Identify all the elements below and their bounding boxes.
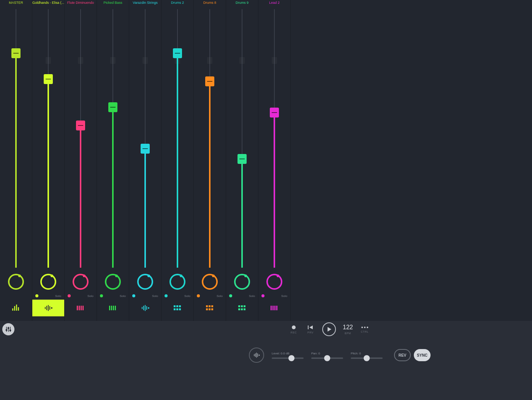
track-label[interactable]: Flute Diminuendo [65,0,97,5]
svg-rect-11 [81,306,82,310]
pan-knob[interactable] [234,274,250,290]
pan-knob[interactable] [202,274,218,290]
track-5: Drums 2 Solo [162,0,194,321]
mute-button[interactable] [35,294,38,297]
fader-notch [78,125,83,126]
svg-rect-22 [174,305,176,307]
pitch-slider-thumb[interactable] [364,355,370,361]
fader-ghost [272,57,277,64]
fader-notch [175,53,180,54]
level-label: Level: 0.0 dB [272,352,290,355]
solo-button[interactable]: Solo [232,294,255,298]
fader-cap[interactable] [270,108,279,117]
fader-cap[interactable] [11,48,21,58]
fader-track[interactable] [194,5,226,271]
mute-button[interactable] [132,294,135,297]
pan-param: Pan: 0 [311,352,343,359]
track-label[interactable]: Picked Bass [97,0,129,5]
fader-ghost [110,57,116,64]
fader-track[interactable] [65,5,97,271]
fader-cap[interactable] [141,144,150,154]
pan-knob-wrap [97,271,129,292]
mute-button[interactable] [100,294,103,297]
pan-knob-indicator [147,275,150,277]
track-type-button[interactable] [0,300,32,316]
fader-track[interactable] [226,5,258,271]
track-label[interactable]: MASTER [0,0,32,5]
track-type-button[interactable] [65,300,97,316]
pan-knob[interactable] [137,274,153,290]
fader-track[interactable] [162,5,193,271]
mute-solo-row: Solo [65,292,97,300]
bpm-display[interactable]: 122 BPM [343,324,353,335]
fader-cap[interactable] [173,48,182,58]
fader-track[interactable] [258,5,290,271]
fader-cap[interactable] [108,102,117,112]
fader-track[interactable] [32,5,64,271]
pan-knob[interactable] [105,274,121,290]
pan-knob[interactable] [169,274,185,290]
pan-knob[interactable] [266,274,282,290]
fader-cap[interactable] [76,121,85,130]
track-type-button[interactable] [162,300,193,316]
svg-rect-2 [16,305,17,311]
svg-rect-38 [241,308,243,310]
track-type-button[interactable] [258,300,290,316]
ctrl-menu-button[interactable]: CTRL [360,325,370,333]
mute-button[interactable] [229,294,232,297]
track-label[interactable]: Drums 2 [162,0,193,5]
fader-notch [272,112,277,113]
prev-button[interactable]: PRV [306,325,315,334]
fader-track[interactable] [0,5,32,271]
fader-track[interactable] [129,5,161,271]
fader-track[interactable] [97,5,129,271]
pan-knob[interactable] [8,274,24,290]
pan-knob[interactable] [40,274,56,290]
track-type-button[interactable] [194,300,226,316]
fader-notch [142,148,148,149]
fader-cap[interactable] [44,74,53,84]
svg-rect-27 [179,308,181,310]
solo-button[interactable]: Solo [38,294,61,298]
track-label[interactable]: Varazdin Strings [129,0,161,5]
mixer-view-button[interactable] [2,323,14,335]
pitch-slider[interactable] [351,357,383,359]
fader-stem [48,79,49,268]
pan-slider[interactable] [311,357,343,359]
track-type-button[interactable] [226,300,258,316]
svg-rect-14 [111,306,112,310]
level-slider-thumb[interactable] [288,355,294,361]
mute-button[interactable] [68,294,71,297]
wave-dot-icon [141,305,150,311]
mute-button[interactable] [261,294,264,297]
track-type-button[interactable] [32,300,64,316]
selected-track-icon-button[interactable] [249,348,264,363]
record-button[interactable]: REC [289,325,299,334]
solo-button[interactable]: Solo [71,294,93,298]
svg-rect-12 [82,306,84,310]
fader-cap[interactable] [238,154,247,164]
track-label[interactable]: Goldhands - Elisa (...ocal) [32,0,64,5]
track-type-button[interactable] [97,300,129,316]
pan-slider-thumb[interactable] [324,355,330,361]
track-1: Goldhands - Elisa (...ocal) Solo [32,0,65,321]
mute-button[interactable] [165,294,168,297]
play-button[interactable] [322,322,336,336]
track-type-button[interactable] [129,300,161,316]
sync-button[interactable]: SYNC [414,349,431,361]
solo-button[interactable]: Solo [103,294,126,298]
solo-button[interactable]: Solo [168,294,190,298]
rev-button[interactable]: REV [394,349,411,361]
solo-button[interactable]: Solo [200,294,223,298]
level-slider[interactable] [272,357,304,359]
track-label[interactable]: Lead 2 [258,0,290,5]
track-label[interactable]: Drums 9 [226,0,258,5]
solo-button[interactable]: Solo [135,294,158,298]
fader-ghost [46,57,51,64]
svg-rect-39 [244,308,245,310]
solo-button[interactable]: Solo [264,294,287,298]
fader-cap[interactable] [205,76,214,86]
pan-knob[interactable] [73,274,89,290]
mute-button[interactable] [197,294,200,297]
track-label[interactable]: Drums 8 [194,0,226,5]
